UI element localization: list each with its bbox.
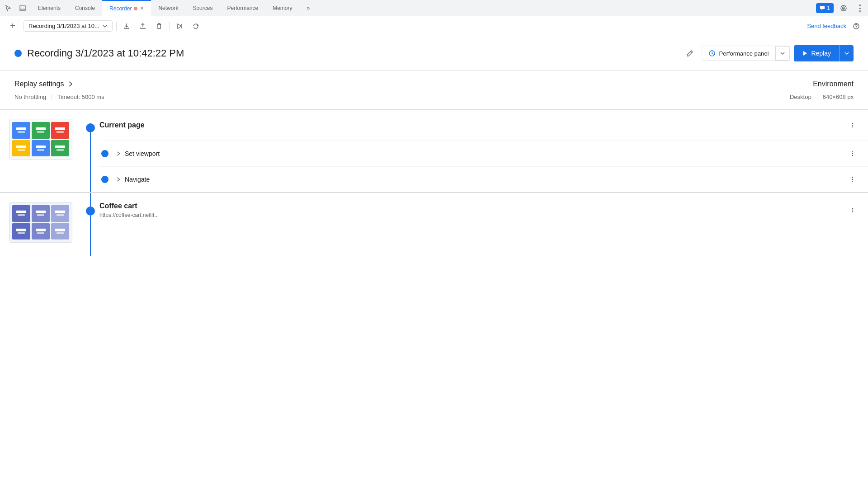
step-navigate-content: Navigate [116,176,841,183]
replay-settings-section: Replay settings No throttling Timeout: 5… [0,71,868,110]
header-right: Performance panel Replay [702,45,854,61]
svg-point-14 [852,155,853,156]
svg-point-13 [852,153,853,154]
performance-panel-dropdown[interactable] [775,46,790,61]
coffee-cart-more-button[interactable] [846,204,859,216]
devtools-tab-bar: Elements Console Recorder ✕ Network Sour… [0,0,868,16]
chevron-down-icon [780,51,785,56]
tab-more[interactable]: » [300,0,317,16]
recording-status-dot [14,50,22,57]
svg-point-20 [852,211,853,212]
env-size: 640×608 px [823,94,854,100]
add-recording-button[interactable]: + [5,19,20,33]
step-connector-navigate [99,176,110,183]
chevron-right-icon [67,81,74,87]
tab-console[interactable]: Console [68,0,102,16]
dock-icon[interactable] [16,2,29,14]
replay-loop-button[interactable] [189,20,202,33]
page-thumbnail-area-1 [0,110,81,192]
timeline-dot-navigate [101,176,108,183]
delete-button[interactable] [153,20,165,33]
perf-icon [708,50,716,57]
more-options-icon[interactable]: ⋮ [854,2,866,14]
settings-icon[interactable] [837,2,850,14]
navigate-more-button[interactable] [846,173,859,186]
timeline-dot-viewport [101,150,108,157]
tab-performance[interactable]: Performance [220,0,265,16]
svg-point-11 [852,127,853,127]
tab-memory[interactable]: Memory [265,0,299,16]
svg-point-3 [843,7,844,9]
svg-point-8 [712,53,712,54]
svg-point-9 [852,123,853,124]
record-dot-icon [134,7,137,10]
svg-point-15 [852,177,853,178]
comments-button[interactable]: 1 [816,3,834,13]
page-title-row-2: Coffee cart https://coffee-cart.netlif..… [99,193,868,227]
recording-selector[interactable]: Recording 3/1/2023 at 10... [24,20,113,32]
svg-point-19 [852,210,853,211]
timeline-dot-coffee [86,206,95,216]
toolbar-divider-1 [116,22,117,31]
replay-dropdown-button[interactable] [839,45,854,61]
recording-title: Recording 3/1/2023 at 10:42:22 PM [27,47,678,59]
replay-settings-title: Replay settings [14,80,64,88]
svg-rect-2 [820,6,825,9]
set-viewport-more-button[interactable] [846,147,859,160]
svg-point-10 [852,125,853,126]
current-page-more-button[interactable] [846,119,859,131]
step-navigate-label: Navigate [125,176,150,183]
svg-point-16 [852,179,853,180]
chevron-right-icon [116,177,121,182]
connector-col-2 [81,193,99,256]
import-button[interactable] [137,20,149,33]
env-type: Desktop [790,94,811,100]
page-thumbnail-2 [9,202,72,243]
svg-point-6 [856,27,856,28]
tab-elements[interactable]: Elements [31,0,68,16]
replay-settings-row: No throttling Timeout: 5000 ms [14,94,790,100]
recorder-toolbar: + Recording 3/1/2023 at 10... [0,16,868,36]
chevron-down-icon [102,23,108,29]
page-title-2: Coffee cart [99,202,841,210]
export-button[interactable] [120,20,133,33]
replay-settings-header[interactable]: Replay settings [14,80,790,88]
replay-button[interactable]: Replay [794,45,839,61]
page-title-1: Current page [99,121,145,129]
chevron-down-icon [844,51,849,56]
toolbar-right: Send feedback [807,20,863,33]
settings-divider [52,94,52,100]
edit-title-icon[interactable] [684,47,696,60]
chevron-right-icon [116,151,121,156]
tab-sources[interactable]: Sources [185,0,220,16]
page-steps-area-1: Current page [99,110,868,192]
replay-button-wrapper: Replay [794,45,854,61]
svg-rect-1 [20,9,25,11]
connector-col-1 [81,110,99,192]
performance-panel-wrapper: Performance panel [702,46,791,61]
send-feedback-link[interactable]: Send feedback [807,23,846,29]
help-icon[interactable] [850,20,863,33]
tab-network[interactable]: Network [151,0,185,16]
step-set-viewport: Set viewport [99,141,868,166]
page-title-row-1: Current page [99,110,868,141]
timeout-info: Timeout: 5000 ms [57,94,104,100]
cursor-icon[interactable] [2,2,14,14]
toolbar-divider-2 [169,22,170,31]
tab-recorder[interactable]: Recorder ✕ [102,0,151,16]
step-play-button[interactable] [173,20,186,33]
timeline-dot-current [86,123,95,132]
performance-panel-label: Performance panel [719,50,769,57]
environment-row: Desktop 640×608 px [790,94,854,100]
page-thumbnail-area-2 [0,193,81,256]
step-viewport-label: Set viewport [125,150,160,157]
page-block-coffee: Coffee cart https://coffee-cart.netlif..… [0,193,868,256]
performance-panel-button[interactable]: Performance panel [702,46,776,61]
svg-point-12 [852,151,853,152]
timeline-container: Current page [0,110,868,488]
throttling-info: No throttling [14,94,46,100]
page-steps-area-2: Coffee cart https://coffee-cart.netlif..… [99,193,868,256]
close-tab-icon[interactable]: ✕ [140,6,144,11]
svg-point-17 [852,181,853,182]
page-thumbnail-1 [9,119,72,160]
